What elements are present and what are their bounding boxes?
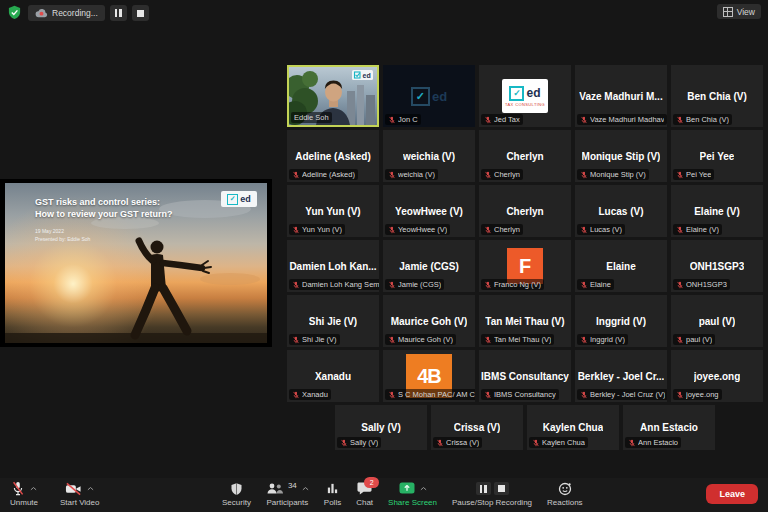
muted-mic-icon — [292, 226, 300, 234]
muted-mic-icon — [676, 336, 684, 344]
view-label: View — [737, 7, 755, 17]
participant-name: ONH1SGP3 — [690, 261, 744, 272]
chat-badge: 2 — [364, 477, 379, 488]
participant-tile[interactable]: Ann EstacioAnn Estacio — [623, 405, 715, 450]
participant-tile[interactable]: FFranco Ng (V) — [479, 240, 571, 292]
unmute-options-chevron[interactable] — [30, 486, 37, 491]
participant-name: paul (V) — [699, 316, 736, 327]
participant-label: Elaine (V) — [673, 224, 722, 235]
unmute-button[interactable]: Unmute — [10, 481, 38, 507]
participant-tile[interactable]: Crissa (V)Crissa (V) — [431, 405, 523, 450]
toolbar: Unmute Start Video Security 34 Participa… — [0, 478, 768, 512]
participants-chevron[interactable] — [302, 486, 309, 491]
participant-tile[interactable]: Yun Yun (V)Yun Yun (V) — [287, 185, 379, 237]
muted-mic-icon — [388, 226, 396, 234]
participant-tile[interactable]: IBMS ConsultancyIBMS Consultancy — [479, 350, 571, 402]
muted-mic-icon — [628, 439, 636, 447]
presentation-slide: GST risks and control series: How to rev… — [5, 183, 267, 343]
participant-name: Ben Chia (V) — [687, 91, 746, 102]
participant-row: Adeline (Asked)Adeline (Asked)weichia (V… — [287, 130, 763, 182]
participant-label: Tan Mei Thau (V) — [481, 334, 554, 345]
muted-mic-icon — [580, 116, 588, 124]
participant-tile[interactable]: Maurice Goh (V)Maurice Goh (V) — [383, 295, 475, 347]
participant-tile[interactable]: weichia (V)weichia (V) — [383, 130, 475, 182]
participant-tile[interactable]: 4BS C Mohan PAC/ AM Co... — [383, 350, 475, 402]
participant-label: Inggrid (V) — [577, 334, 628, 345]
participant-label: Cherlyn — [481, 169, 523, 180]
top-bar: Recording... View — [0, 0, 768, 26]
participant-tile[interactable]: edEddie Soh — [287, 65, 379, 127]
participant-tile[interactable]: CherlynCherlyn — [479, 130, 571, 182]
participant-tile[interactable]: Ben Chia (V)Ben Chia (V) — [671, 65, 763, 127]
participant-tile[interactable]: Vaze Madhuri M...Vaze Madhuri Madhav — [575, 65, 667, 127]
participant-label: Yun Yun (V) — [289, 224, 345, 235]
muted-mic-icon — [484, 171, 492, 179]
share-options-chevron[interactable] — [420, 486, 427, 491]
pause-recording-button[interactable] — [110, 5, 127, 21]
participant-tile[interactable]: Kaylen ChuaKaylen Chua — [527, 405, 619, 450]
participants-button[interactable]: 34 Participants — [266, 481, 309, 507]
participant-tile[interactable]: ✓edTAX CONSULTINGJed Tax — [479, 65, 571, 127]
stop-recording-button[interactable] — [132, 5, 149, 21]
participant-name: Vaze Madhuri M... — [579, 91, 662, 102]
reactions-button[interactable]: Reactions — [547, 481, 583, 507]
participant-tile[interactable]: CherlynCherlyn — [479, 185, 571, 237]
participant-tile[interactable]: Damien Loh Kan...Damien Loh Kang Sem ... — [287, 240, 379, 292]
participant-tile[interactable]: joyee.ongjoyee.ong — [671, 350, 763, 402]
encryption-shield-icon — [7, 5, 22, 20]
participant-row: XanaduXanadu4BS C Mohan PAC/ AM Co...IBM… — [287, 350, 763, 402]
participant-name: Jamie (CGS) — [399, 261, 458, 272]
participant-tile[interactable]: ✓edJon C — [383, 65, 475, 127]
participant-tile[interactable]: Monique Stip (V)Monique Stip (V) — [575, 130, 667, 182]
participant-tile[interactable]: Shi Jie (V)Shi Jie (V) — [287, 295, 379, 347]
pause-stop-recording-button[interactable]: Pause/Stop Recording — [452, 481, 532, 507]
participant-label: Eddie Soh — [291, 112, 332, 123]
stop-recording-icon[interactable] — [494, 482, 509, 495]
participant-label: Jed Tax — [481, 114, 523, 125]
participant-tile[interactable]: Pei YeePei Yee — [671, 130, 763, 182]
participant-row: Shi Jie (V)Shi Jie (V)Maurice Goh (V)Mau… — [287, 295, 763, 347]
polls-button[interactable]: Polls — [324, 481, 341, 507]
share-screen-button[interactable]: Share Screen — [388, 481, 437, 507]
view-button[interactable]: View — [717, 4, 761, 19]
leave-button[interactable]: Leave — [706, 484, 758, 504]
participant-name: Sally (V) — [361, 422, 400, 433]
recording-cloud-icon — [35, 8, 48, 18]
jed-check-icon: ✓ — [227, 194, 238, 205]
participant-tile[interactable]: Adeline (Asked)Adeline (Asked) — [287, 130, 379, 182]
participant-tile[interactable]: Inggrid (V)Inggrid (V) — [575, 295, 667, 347]
participant-tile[interactable]: Tan Mei Thau (V)Tan Mei Thau (V) — [479, 295, 571, 347]
participant-name: Adeline (Asked) — [295, 151, 371, 162]
participant-tile[interactable]: Jamie (CGS)Jamie (CGS) — [383, 240, 475, 292]
participant-tile[interactable]: Sally (V)Sally (V) — [335, 405, 427, 450]
participant-tile[interactable]: YeowHwee (V)YeowHwee (V) — [383, 185, 475, 237]
participant-name: Inggrid (V) — [596, 316, 646, 327]
participant-label: YeowHwee (V) — [385, 224, 450, 235]
security-button[interactable]: Security — [222, 481, 251, 507]
chat-button[interactable]: 2 Chat — [356, 481, 373, 507]
muted-mic-icon — [580, 226, 588, 234]
participant-tile[interactable]: Berkley - Joel Cr...Berkley - Joel Cruz … — [575, 350, 667, 402]
participant-name: joyee.ong — [694, 371, 741, 382]
participant-row: Sally (V)Sally (V)Crissa (V)Crissa (V)Ka… — [287, 405, 763, 450]
recording-indicator: Recording... — [28, 5, 105, 21]
participant-label: Crissa (V) — [433, 437, 482, 448]
muted-mic-icon — [676, 226, 684, 234]
participant-label: Shi Jie (V) — [289, 334, 340, 345]
share-screen-icon — [399, 482, 415, 495]
participant-tile[interactable]: Lucas (V)Lucas (V) — [575, 185, 667, 237]
start-video-button[interactable]: Start Video — [60, 481, 99, 507]
video-options-chevron[interactable] — [87, 486, 94, 491]
muted-mic-icon — [580, 391, 588, 399]
muted-mic-icon — [292, 281, 300, 289]
muted-mic-icon — [484, 226, 492, 234]
participant-tile[interactable]: ElaineElaine — [575, 240, 667, 292]
participant-tile[interactable]: paul (V)paul (V) — [671, 295, 763, 347]
participant-tile[interactable]: ONH1SGP3ONH1SGP3 — [671, 240, 763, 292]
participant-tile[interactable]: Elaine (V)Elaine (V) — [671, 185, 763, 237]
pause-recording-icon[interactable] — [476, 482, 491, 495]
participant-name: Elaine (V) — [694, 206, 740, 217]
muted-mic-icon — [580, 336, 588, 344]
participant-name: Cherlyn — [506, 206, 543, 217]
participant-tile[interactable]: XanaduXanadu — [287, 350, 379, 402]
